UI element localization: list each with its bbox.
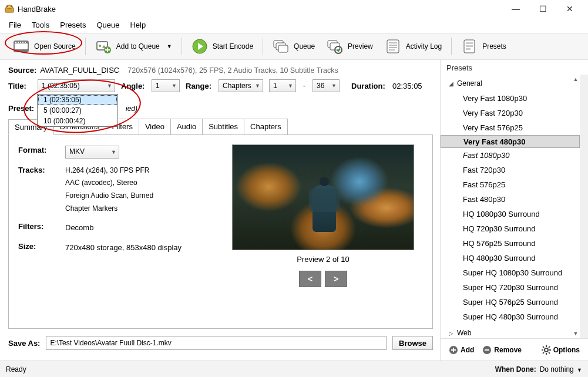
menu-presets[interactable]: Presets <box>55 19 91 31</box>
presets-label: Presets <box>482 42 506 51</box>
group-general-label: General <box>457 79 482 87</box>
preview-button[interactable]: Preview <box>321 35 379 58</box>
preset-item[interactable]: Very Fast 1080p30 <box>441 91 580 106</box>
title-option-2[interactable]: 10 (00:00:42) <box>38 116 117 126</box>
preset-item[interactable]: Super HQ 480p30 Surround <box>441 309 580 324</box>
preview-prev-button[interactable]: < <box>299 271 321 287</box>
filters-value: Decomb <box>65 221 211 234</box>
svg-point-33 <box>545 348 548 352</box>
caret-right-icon: ▷ <box>449 330 455 336</box>
svg-rect-22 <box>387 40 399 53</box>
duration-label: Duration: <box>351 82 387 90</box>
preset-item[interactable]: Fast 576p25 <box>441 177 580 192</box>
title-dropdown-open[interactable]: 1 (02:35:05) 5 (00:00:27) 10 (00:00:42) <box>37 94 118 127</box>
svg-line-38 <box>543 346 544 348</box>
preset-item[interactable]: Super HQ 1080p30 Surround <box>441 265 580 280</box>
activity-log-label: Activity Log <box>406 42 442 51</box>
minimize-button[interactable]: — <box>502 0 529 18</box>
preview-icon <box>327 38 343 55</box>
range-type-select[interactable]: Chapters ▼ <box>219 79 263 92</box>
maximize-button[interactable]: ☐ <box>529 0 556 18</box>
tab-subtitles[interactable]: Subtitles <box>202 119 244 134</box>
scroll-down-icon[interactable]: ▼ <box>572 329 580 338</box>
remove-label: Remove <box>494 346 522 354</box>
range-from-select[interactable]: 1 ▼ <box>269 79 296 92</box>
close-button[interactable]: ✕ <box>556 0 583 18</box>
add-to-queue-button[interactable]: Add to Queue ▼ <box>89 35 178 58</box>
content: Source: AVATAR_FUULL_DISC 720x576 (1024x… <box>0 60 588 361</box>
svg-rect-10 <box>22 42 23 43</box>
start-encode-button[interactable]: Start Encode <box>186 35 259 58</box>
track-line-2: Foreign Audio Scan, Burned <box>65 190 211 203</box>
activity-log-button[interactable]: Activity Log <box>379 35 448 58</box>
track-line-0: H.264 (x264), 30 FPS PFR <box>65 164 211 177</box>
menu-queue[interactable]: Queue <box>91 19 125 31</box>
remove-preset-button[interactable]: Remove <box>480 344 524 356</box>
preset-item[interactable]: HQ 480p30 Surround <box>441 251 580 265</box>
preset-item[interactable]: Very Fast 720p30 <box>441 106 580 120</box>
svg-rect-28 <box>466 42 473 44</box>
presets-header: Presets <box>441 60 588 75</box>
filters-label: Filters: <box>18 221 65 234</box>
svg-line-39 <box>549 352 550 354</box>
svg-rect-8 <box>18 42 19 43</box>
format-select[interactable]: MKV ▼ <box>65 146 119 159</box>
queue-add-icon <box>95 38 112 55</box>
browse-button[interactable]: Browse <box>392 336 433 350</box>
svg-rect-9 <box>20 42 21 43</box>
angle-select[interactable]: 1 ▼ <box>152 79 180 92</box>
scrollbar-thumb[interactable] <box>580 86 587 227</box>
preset-item[interactable]: Fast 720p30 <box>441 163 580 177</box>
title-option-0[interactable]: 1 (02:35:05) <box>38 95 117 105</box>
when-done-select[interactable]: Do nothing ▼ <box>540 365 582 373</box>
title-label: Title: <box>8 82 32 90</box>
preset-item[interactable]: HQ 576p25 Surround <box>441 236 580 251</box>
preset-group-general[interactable]: ◢ General <box>441 75 580 91</box>
save-as-path: E:\Test Videos\Avatar Fuull Disc-1.mkv <box>50 339 171 347</box>
svg-rect-6 <box>14 49 28 52</box>
app-title: HandBrake <box>18 5 502 14</box>
presets-icon <box>461 38 478 55</box>
title-option-1[interactable]: 5 (00:00:27) <box>38 105 117 116</box>
caret-down-icon: ◢ <box>449 80 455 87</box>
title-range-row: Title: 1 (02:35:05) ▼ Angle: 1 ▼ Range: … <box>8 79 433 92</box>
preset-item[interactable]: HQ 1080p30 Surround <box>441 207 580 221</box>
minus-icon <box>482 345 492 355</box>
svg-line-41 <box>549 346 550 348</box>
track-line-3: Chapter Markers <box>65 203 211 216</box>
track-line-1: AAC (avcodec), Stereo <box>65 177 211 190</box>
queue-button[interactable]: Queue <box>267 35 321 58</box>
tab-audio[interactable]: Audio <box>170 119 203 134</box>
preset-item[interactable]: Super HQ 576p25 Surround <box>441 295 580 309</box>
range-type-value: Chapters <box>223 82 251 90</box>
preset-options-button[interactable]: Options <box>539 344 582 356</box>
presets-panel: Presets ▲ ◢ General Very Fast 1080p30 Ve… <box>440 60 588 361</box>
svg-rect-30 <box>466 48 471 50</box>
presets-list[interactable]: ▲ ◢ General Very Fast 1080p30 Very Fast … <box>441 75 588 338</box>
preset-item[interactable]: Super HQ 720p30 Surround <box>441 280 580 295</box>
presets-button[interactable]: Presets <box>455 35 512 58</box>
add-preset-button[interactable]: Add <box>446 344 476 356</box>
toolbar-separator <box>451 38 452 55</box>
scroll-up-icon[interactable]: ▲ <box>572 75 580 84</box>
tab-chapters[interactable]: Chapters <box>244 119 288 134</box>
preset-item[interactable]: Very Fast 576p25 <box>441 120 580 135</box>
menu-help[interactable]: Help <box>125 19 151 31</box>
preset-group-web[interactable]: ▷ Web <box>441 324 580 338</box>
preset-item[interactable]: Fast 480p30 <box>441 192 580 207</box>
angle-label: Angle: <box>121 82 146 90</box>
size-value: 720x480 storage, 853x480 display <box>65 241 211 254</box>
save-as-input[interactable]: E:\Test Videos\Avatar Fuull Disc-1.mkv <box>46 336 387 350</box>
preset-item[interactable]: Fast 1080p30 <box>441 148 580 163</box>
title-select[interactable]: 1 (02:35:05) ▼ <box>38 79 115 92</box>
svg-point-13 <box>99 45 101 47</box>
range-to-select[interactable]: 36 ▼ <box>313 79 340 92</box>
menu-tools[interactable]: Tools <box>26 19 55 31</box>
open-source-button[interactable]: Open Source <box>7 35 82 58</box>
chevron-down-icon: ▼ <box>255 83 260 89</box>
preset-item[interactable]: HQ 720p30 Surround <box>441 221 580 236</box>
menu-file[interactable]: File <box>4 19 26 31</box>
preview-next-button[interactable]: > <box>325 271 347 287</box>
tab-video[interactable]: Video <box>139 119 171 134</box>
preset-item-selected[interactable]: Very Fast 480p30 <box>441 135 580 148</box>
